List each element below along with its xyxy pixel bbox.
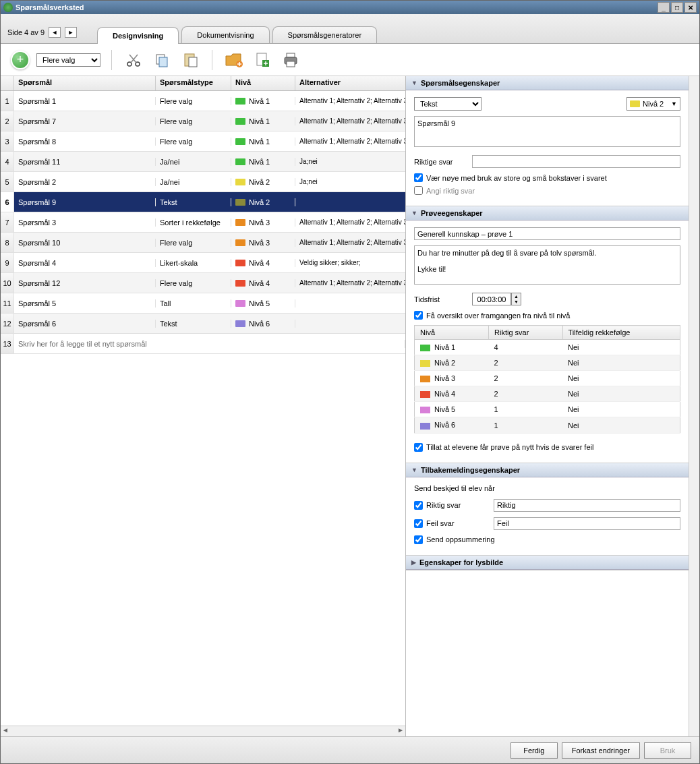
table-row[interactable]: 2 Spørsmål 7 Flere valg Nivå 1 Alternati…: [1, 111, 405, 131]
level-row[interactable]: Nivå 22Nei: [415, 355, 680, 371]
wrong-feedback-input[interactable]: [494, 517, 680, 530]
tab-2[interactable]: Spørsmålsgeneratorer: [272, 26, 377, 43]
print-icon[interactable]: [280, 49, 301, 71]
question-type-select[interactable]: Flere valg: [36, 53, 100, 67]
table-row[interactable]: 1 Spørsmål 1 Flere valg Nivå 1 Alternati…: [1, 91, 405, 111]
svg-rect-9: [287, 53, 295, 57]
table-row[interactable]: 5 Spørsmål 2 Ja/nei Nivå 2 Ja;nei: [1, 172, 405, 192]
add-button[interactable]: +: [11, 51, 30, 69]
correct-answer-label: Riktige svar: [414, 158, 467, 166]
correct-answer-input[interactable]: [472, 155, 680, 168]
progress-checkbox[interactable]: Få oversikt over framgangen fra nivå til…: [414, 311, 680, 320]
level-row[interactable]: Nivå 42Nei: [415, 386, 680, 402]
tab-1[interactable]: Dokumentvisning: [181, 26, 269, 43]
slide-properties-header[interactable]: ▶Egenskaper for lysbilde: [406, 556, 689, 570]
done-button[interactable]: Ferdig: [511, 742, 558, 759]
app-icon: [3, 3, 13, 12]
table-row[interactable]: 3 Spørsmål 8 Flere valg Nivå 1 Alternati…: [1, 131, 405, 152]
discard-button[interactable]: Forkast endringer: [562, 742, 640, 759]
level-row[interactable]: Nivå 14Nei: [415, 340, 680, 355]
page-label: Side 4 av 9: [7, 28, 45, 36]
export-icon[interactable]: [252, 49, 273, 71]
svg-rect-5: [189, 57, 197, 67]
prev-page-button[interactable]: ◄: [49, 27, 61, 38]
button-bar: Ferdig Forkast endringer Bruk: [1, 736, 699, 763]
table-row[interactable]: 12 Spørsmål 6 Tekst Nivå 6: [1, 314, 405, 334]
svg-rect-11: [287, 61, 295, 67]
window-title: Spørsmålsverksted: [16, 3, 84, 11]
col-type[interactable]: Spørsmålstype: [156, 76, 231, 90]
test-title-input[interactable]: [414, 227, 680, 240]
question-type-dropdown[interactable]: Tekst: [414, 97, 482, 111]
table-row[interactable]: 10 Spørsmål 12 Flere valg Nivå 4 Alterna…: [1, 273, 405, 293]
level-row[interactable]: Nivå 32Nei: [415, 371, 680, 386]
feedback-properties-header[interactable]: ▼Tilbakemeldingsegenskaper: [406, 463, 689, 477]
wrong-feedback-checkbox[interactable]: Feil svar: [414, 519, 488, 528]
folder-icon[interactable]: [223, 49, 245, 71]
cut-icon[interactable]: [123, 49, 144, 71]
level-row[interactable]: Nivå 51Nei: [415, 402, 680, 417]
titlebar: Spørsmålsverksted _ □ ✕: [1, 1, 699, 14]
table-row[interactable]: 4 Spørsmål 11 Ja/nei Nivå 1 Ja;nei: [1, 152, 405, 172]
retry-checkbox[interactable]: Tillat at elevene får prøve på nytt hvis…: [414, 443, 680, 452]
col-question[interactable]: Spørsmål: [14, 76, 156, 90]
horizontal-scrollbar[interactable]: [1, 726, 405, 736]
case-sensitive-checkbox[interactable]: Vær nøye med bruk av store og små boksta…: [414, 173, 680, 182]
test-properties-header[interactable]: ▼Prøveegenskaper: [406, 206, 689, 221]
set-correct-checkbox[interactable]: Angi riktig svar: [414, 186, 680, 195]
level-row[interactable]: Nivå 61Nei: [415, 417, 680, 433]
table-row[interactable]: 9 Spørsmål 4 Likert-skala Nivå 4 Veldig …: [1, 253, 405, 273]
time-limit-label: Tidsfrist: [414, 295, 467, 303]
tabs: DesignvisningDokumentvisningSpørsmålsgen…: [97, 26, 380, 43]
svg-rect-3: [159, 57, 167, 67]
toolbar: + Flere valg: [1, 44, 699, 76]
tab-0[interactable]: Designvisning: [97, 27, 179, 44]
table-row[interactable]: 6 Spørsmål 9 Tekst Nivå 2: [1, 192, 405, 212]
table-row[interactable]: 11 Spørsmål 5 Tall Nivå 5: [1, 293, 405, 314]
summary-checkbox[interactable]: Send oppsummering: [414, 535, 680, 544]
correct-feedback-input[interactable]: [494, 499, 680, 512]
question-level-dropdown[interactable]: Nivå 2 ▼: [626, 97, 680, 111]
grid-header: Spørsmål Spørsmålstype Nivå Alternativer: [1, 76, 405, 91]
col-alternatives[interactable]: Alternativer: [295, 76, 405, 90]
copy-icon[interactable]: [151, 49, 173, 71]
close-button[interactable]: ✕: [684, 2, 697, 13]
question-text-input[interactable]: Spørsmål 9: [414, 116, 680, 147]
vertical-scrollbar[interactable]: [689, 76, 699, 736]
add-row[interactable]: 13Skriv her for å legge til et nytt spør…: [1, 334, 405, 354]
table-row[interactable]: 8 Spørsmål 10 Flere valg Nivå 3 Alternat…: [1, 233, 405, 253]
levels-table: Nivå Riktig svar Tilfeldig rekkefølge Ni…: [414, 325, 680, 434]
table-row[interactable]: 7 Spørsmål 3 Sorter i rekkefølge Nivå 3 …: [1, 212, 405, 233]
minimize-button[interactable]: _: [658, 2, 670, 13]
question-properties-header[interactable]: ▼Spørsmålsegenskaper: [406, 76, 689, 90]
question-grid: Spørsmål Spørsmålstype Nivå Alternativer…: [1, 76, 405, 736]
properties-pane: ▼Spørsmålsegenskaper Tekst Nivå 2 ▼ Spør…: [405, 76, 689, 736]
maximize-button[interactable]: □: [671, 2, 683, 13]
apply-button[interactable]: Bruk: [644, 742, 691, 759]
test-description-input[interactable]: [414, 245, 680, 285]
next-page-button[interactable]: ►: [65, 27, 77, 38]
correct-feedback-checkbox[interactable]: Riktig svar: [414, 501, 488, 510]
topbar: Side 4 av 9 ◄ ► DesignvisningDokumentvis…: [1, 14, 699, 44]
send-message-label: Send beskjed til elev når: [414, 484, 680, 492]
time-limit-spinner[interactable]: ▲▼: [472, 293, 521, 305]
paste-icon[interactable]: [179, 49, 201, 71]
col-level[interactable]: Nivå: [231, 76, 295, 90]
